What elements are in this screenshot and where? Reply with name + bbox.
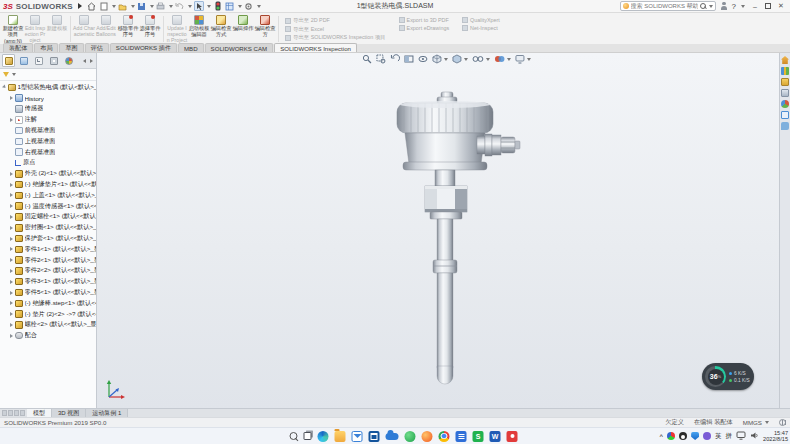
chevron-down-icon[interactable] xyxy=(257,5,261,8)
expand-arrow-icon[interactable] xyxy=(10,323,13,327)
tree-row[interactable]: (-) 绝缘垫片<1> (默认<<默认>_显 xyxy=(0,179,96,190)
start-button[interactable] xyxy=(273,431,284,442)
tree-row[interactable]: 零件2<2> (默认<<默认>_显示状态 xyxy=(0,266,96,277)
login-person-icon[interactable] xyxy=(720,2,728,11)
taskbar-search-icon[interactable] xyxy=(290,432,298,440)
menu-expand-icon[interactable] xyxy=(78,3,82,9)
chevron-down-icon[interactable] xyxy=(188,5,192,8)
minimize-button[interactable]: – xyxy=(749,3,761,10)
tree-row[interactable]: 零件5<1> (默认<<默认>_显示状态 xyxy=(0,287,96,298)
resources-home-icon[interactable] xyxy=(781,56,789,64)
new-inspection-project-button[interactable]: 新建检查项目 (amp;N) xyxy=(2,14,24,44)
chevron-down-icon[interactable] xyxy=(169,5,173,8)
tree-row[interactable]: 零件3<1> (默认<<默认>_显示状态 xyxy=(0,276,96,287)
undo-icon[interactable] xyxy=(175,1,185,11)
chevron-down-icon[interactable] xyxy=(464,58,468,61)
qq-tray-icon[interactable] xyxy=(679,432,687,440)
word-app-icon[interactable]: W xyxy=(490,431,501,442)
restore-button[interactable] xyxy=(765,3,771,9)
export-edrawings-item[interactable]: Export eDrawings xyxy=(399,25,450,31)
rebuild-icon[interactable] xyxy=(213,1,223,11)
expand-arrow-icon[interactable] xyxy=(10,301,13,305)
chevron-down-icon[interactable] xyxy=(741,5,745,8)
view-orientation-icon[interactable] xyxy=(432,54,448,64)
tree-row[interactable]: 外壳 (2)<1> (默认<<默认>_显示状 xyxy=(0,168,96,179)
file-properties-icon[interactable] xyxy=(225,1,235,11)
scroll-first-icon[interactable] xyxy=(2,410,7,416)
scroll-left-icon[interactable] xyxy=(81,57,87,65)
chevron-down-icon[interactable] xyxy=(486,58,490,61)
help-search-box[interactable] xyxy=(620,1,716,11)
display-manager-tab[interactable] xyxy=(62,54,75,67)
chevron-down-icon[interactable] xyxy=(150,5,154,8)
tab-mbd[interactable]: MBD xyxy=(178,43,204,52)
edge-browser-icon[interactable] xyxy=(318,431,329,442)
expand-arrow-icon[interactable] xyxy=(10,269,13,273)
network-monitor-icon[interactable] xyxy=(736,431,746,441)
tree-row[interactable]: History xyxy=(0,93,96,104)
expand-arrow-icon[interactable] xyxy=(10,334,13,338)
chevron-down-icon[interactable] xyxy=(238,5,242,8)
expand-arrow-icon[interactable] xyxy=(10,226,13,230)
graphics-viewport[interactable]: 36% 6 K/S 0.1 K/S xyxy=(97,53,779,408)
expand-arrow-icon[interactable] xyxy=(10,183,13,187)
tags-globe-icon[interactable] xyxy=(779,419,786,426)
tree-row[interactable]: 传感器 xyxy=(0,104,96,115)
tree-row[interactable]: (-) 上盖<1> (默认<<默认>_显示状 xyxy=(0,190,96,201)
tab-layout[interactable]: 布局 xyxy=(34,43,58,52)
expand-arrow-icon[interactable] xyxy=(10,247,13,251)
feature-manager-tab[interactable] xyxy=(2,54,15,67)
search-icon[interactable] xyxy=(700,3,706,9)
new-template-button[interactable]: 新建模板 xyxy=(46,14,68,44)
help-button[interactable]: ? xyxy=(732,2,736,11)
tab-model[interactable]: 模型 xyxy=(27,409,52,417)
edit-operation-button[interactable]: 编辑操作 xyxy=(232,14,254,44)
mail-app-icon[interactable] xyxy=(352,431,363,442)
tab-addins[interactable]: SOLIDWORKS 插件 xyxy=(110,43,177,52)
green-browser-app-icon[interactable] xyxy=(405,431,416,442)
tree-row[interactable]: 密封圈<1> (默认<<默认>_显示状态 xyxy=(0,222,96,233)
tab-solidworks-inspection[interactable]: SOLIDWORKS Inspection xyxy=(274,43,357,52)
update-inspection-project-button[interactable]: Update Inspection Project xyxy=(166,14,188,44)
hidden-icons-chevron[interactable]: ^ xyxy=(660,433,664,439)
tree-row[interactable]: (-) 垫片 (2)<2> ->? (默认<<默认> xyxy=(0,309,96,320)
scroll-right-icon[interactable] xyxy=(88,57,94,65)
sogou-app-icon[interactable]: S xyxy=(473,431,484,442)
red-app-icon[interactable] xyxy=(507,431,518,442)
scroll-next-icon[interactable] xyxy=(14,410,19,416)
volume-icon[interactable] xyxy=(750,431,759,441)
taskbar-clock[interactable]: 15:47 2022/8/15 xyxy=(763,430,788,443)
design-library-icon[interactable] xyxy=(781,67,789,75)
save-icon[interactable] xyxy=(137,1,147,11)
qualityxpert-item[interactable]: QualityXpert xyxy=(462,17,500,23)
net-inspect-item[interactable]: Net-Inspect xyxy=(462,25,500,31)
expand-arrow-icon[interactable] xyxy=(10,312,13,316)
file-explorer-icon[interactable] xyxy=(781,78,789,86)
export-2d-pdf-item[interactable]: 导出至 2D PDF xyxy=(285,17,386,24)
tree-row[interactable]: 上视基准面 xyxy=(0,136,96,147)
purple-tray-icon[interactable] xyxy=(703,432,711,440)
expand-arrow-icon[interactable] xyxy=(10,118,13,122)
tree-row[interactable]: 原点 xyxy=(0,158,96,169)
tree-row[interactable]: 零件2<1> (默认<<默认>_显示状 xyxy=(0,255,96,266)
export-excel-item[interactable]: 导出至 Excel xyxy=(285,26,386,33)
tab-solidworks-cam[interactable]: SOLIDWORKS CAM xyxy=(205,43,274,52)
tree-row[interactable]: 保护套<1> (默认<<默认>_显示状态 xyxy=(0,233,96,244)
expand-arrow-icon[interactable] xyxy=(10,258,13,262)
ime-language-indicator[interactable]: 英 xyxy=(715,432,722,441)
tree-row[interactable]: 1型铠装热电偶 (默认<默认>_显示状态-1 xyxy=(0,82,96,93)
security-shield-icon[interactable] xyxy=(691,432,699,440)
home-icon[interactable] xyxy=(87,1,97,11)
tree-row[interactable]: 注解 xyxy=(0,114,96,125)
tree-row[interactable]: (-) 温度传感器<1> (默认<<默认>_ xyxy=(0,201,96,212)
chevron-down-icon[interactable] xyxy=(207,5,211,8)
custom-properties-icon[interactable] xyxy=(781,111,789,119)
edit-inspection-method-button[interactable]: 编辑检查方式 xyxy=(210,14,232,44)
new-document-icon[interactable] xyxy=(99,1,109,11)
options-gear-icon[interactable] xyxy=(244,1,254,11)
orange-app-icon[interactable] xyxy=(422,431,433,442)
hide-show-items-icon[interactable] xyxy=(472,54,490,64)
solidworks-forum-icon[interactable] xyxy=(781,122,789,130)
tree-row[interactable]: (-) 绝缘棒.step<1> (默认<<默认> xyxy=(0,298,96,309)
task-view-icon[interactable] xyxy=(304,432,312,440)
